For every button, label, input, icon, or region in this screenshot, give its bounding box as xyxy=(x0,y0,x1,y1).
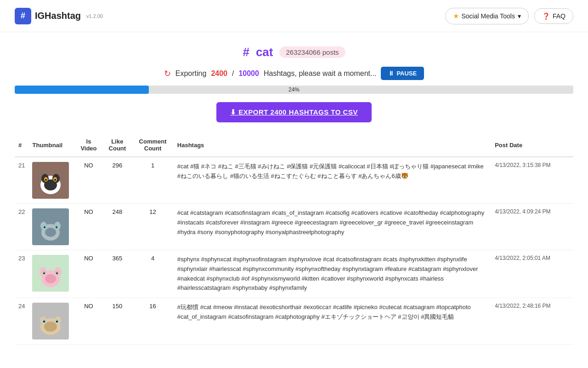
col-num: # xyxy=(15,133,28,157)
main-content: # cat 263234066 posts ↻ Exporting 2400 /… xyxy=(0,32,588,345)
progress-percent-label: 24% xyxy=(288,86,300,93)
logo-icon: # xyxy=(15,8,31,24)
loading-spinner-icon: ↻ xyxy=(164,69,171,79)
like-count-cell: 248 xyxy=(102,204,132,250)
post-date-cell: 4/13/2022, 3:15:38 PM xyxy=(491,157,573,204)
col-hashtags: Hashtags xyxy=(174,133,491,157)
logo-area: # IGHashtag v1.2.00 xyxy=(15,8,103,24)
hashtags-cell: #cat #catstagram #catsofinstagram #cats_… xyxy=(174,204,491,250)
export-suffix-text: Hashtags, please wait a moment... xyxy=(264,69,376,78)
row-number: 24 xyxy=(15,298,28,345)
svg-point-25 xyxy=(44,272,45,274)
svg-point-26 xyxy=(57,272,58,274)
col-likecount: LikeCount xyxy=(102,133,132,157)
hashtags-cell: #cat #猫 #ネコ #ねこ #三毛猫 #みけねこ #保護猫 #元保護猫 #c… xyxy=(174,157,491,204)
thumbnail-cell xyxy=(28,157,74,204)
post-date-cell: 4/13/2022, 2:48:16 PM xyxy=(491,298,573,345)
svg-point-29 xyxy=(44,322,57,332)
table-body: 21 NO 296 1 #cat #猫 #ネコ #ねこ #三毛猫 #みけねこ #… xyxy=(15,157,573,345)
exporting-prefix: Exporting xyxy=(175,69,207,78)
svg-point-20 xyxy=(45,274,56,283)
hashtags-table: # Thumbnail IsVideo LikeCount CommentCou… xyxy=(15,133,573,345)
social-media-tools-button[interactable]: ★ Social Media Tools ▾ xyxy=(445,8,529,24)
thumbnail-image xyxy=(32,208,69,245)
like-count-cell: 296 xyxy=(102,157,132,204)
post-date-cell: 4/13/2022, 4:09:24 PM xyxy=(491,204,573,250)
row-number: 23 xyxy=(15,250,28,298)
svg-point-11 xyxy=(45,228,56,237)
hashtags-cell: #sphynx #sphynxcat #sphynxofinstagram #s… xyxy=(174,250,491,298)
export-btn-count: 2400 xyxy=(271,108,287,116)
export-status-bar: ↻ Exporting 2400 / 10000 Hashtags, pleas… xyxy=(15,67,573,80)
is-video-cell: NO xyxy=(74,298,102,345)
pause-label: PAUSE xyxy=(396,70,417,77)
star-icon: ★ xyxy=(453,12,459,20)
comment-count-cell: 12 xyxy=(132,204,174,250)
hashtag-word: cat xyxy=(256,45,273,59)
comment-count-cell: 16 xyxy=(132,298,174,345)
header: # IGHashtag v1.2.00 ★ Social Media Tools… xyxy=(0,0,588,32)
col-commentcount: CommentCount xyxy=(132,133,174,157)
posts-label: posts xyxy=(322,48,339,56)
posts-count-badge: 263234066 posts xyxy=(279,46,345,58)
svg-point-17 xyxy=(56,226,58,228)
like-count-cell: 365 xyxy=(102,250,132,298)
thumbnail-cell xyxy=(28,204,74,250)
hashtags-table-wrapper: # Thumbnail IsVideo LikeCount CommentCou… xyxy=(15,133,573,345)
logo-name: IGHashtag xyxy=(35,11,81,21)
export-csv-button[interactable]: ⬇ EXPORT 2400 HASHTAGS TO CSV xyxy=(216,102,372,122)
export-total-count: 10000 xyxy=(238,69,259,78)
header-right: ★ Social Media Tools ▾ ❓ FAQ xyxy=(445,8,574,24)
pause-icon: ⏸ xyxy=(388,70,394,77)
svg-point-35 xyxy=(56,321,58,322)
col-isvideo: IsVideo xyxy=(74,133,102,157)
chevron-down-icon: ▾ xyxy=(518,12,521,20)
pause-button[interactable]: ⏸ PAUSE xyxy=(381,67,424,80)
is-video-cell: NO xyxy=(74,250,102,298)
export-separator: / xyxy=(232,69,234,78)
col-thumbnail: Thumbnail xyxy=(28,133,74,157)
table-row: 23 NO 365 4 #sphynx #sphynxcat #sphynxof… xyxy=(15,250,573,298)
table-header: # Thumbnail IsVideo LikeCount CommentCou… xyxy=(15,133,573,157)
is-video-cell: NO xyxy=(74,157,102,204)
progress-bar-container: 24% xyxy=(15,86,573,94)
question-icon: ❓ xyxy=(542,12,550,20)
social-media-label: Social Media Tools xyxy=(462,12,515,20)
thumbnail-image xyxy=(32,162,69,199)
post-date-cell: 4/13/2022, 2:05:01 AM xyxy=(491,250,573,298)
hashtag-title-area: # cat 263234066 posts xyxy=(15,45,573,59)
svg-point-34 xyxy=(43,321,45,322)
hashtag-symbol-icon: # xyxy=(243,45,249,59)
posts-count-number: 263234066 xyxy=(286,48,320,56)
download-icon: ⬇ xyxy=(230,108,238,116)
comment-count-cell: 4 xyxy=(132,250,174,298)
svg-point-8 xyxy=(54,179,56,181)
is-video-cell: NO xyxy=(74,204,102,250)
faq-button[interactable]: ❓ FAQ xyxy=(534,8,573,24)
logo-version: v1.2.00 xyxy=(86,13,103,19)
thumbnail-cell xyxy=(28,250,74,298)
export-current-count: 2400 xyxy=(211,69,227,78)
faq-label: FAQ xyxy=(553,12,565,20)
like-count-cell: 150 xyxy=(102,298,132,345)
table-row: 21 NO 296 1 #cat #猫 #ネコ #ねこ #三毛猫 #みけねこ #… xyxy=(15,157,573,204)
table-row: 24 NO 150 16 #玩都慣 #cat #meow #instacat #… xyxy=(15,298,573,345)
col-postdate: Post Date xyxy=(491,133,573,157)
comment-count-cell: 1 xyxy=(132,157,174,204)
thumbnail-image xyxy=(32,255,69,292)
hashtags-cell: #玩都慣 #cat #meow #instacat #exoticshortha… xyxy=(174,298,491,345)
export-btn-suffix: HASHTAGS TO CSV xyxy=(287,108,358,116)
svg-point-7 xyxy=(45,179,47,181)
export-btn-prefix: EXPORT xyxy=(238,108,270,116)
table-row: 22 NO 248 12 #cat #catstagram #catsofins… xyxy=(15,204,573,250)
row-number: 21 xyxy=(15,157,28,204)
thumbnail-image xyxy=(32,303,69,339)
svg-point-16 xyxy=(44,226,46,228)
thumbnail-cell xyxy=(28,298,74,345)
row-number: 22 xyxy=(15,204,28,250)
progress-bar-fill xyxy=(15,86,149,94)
